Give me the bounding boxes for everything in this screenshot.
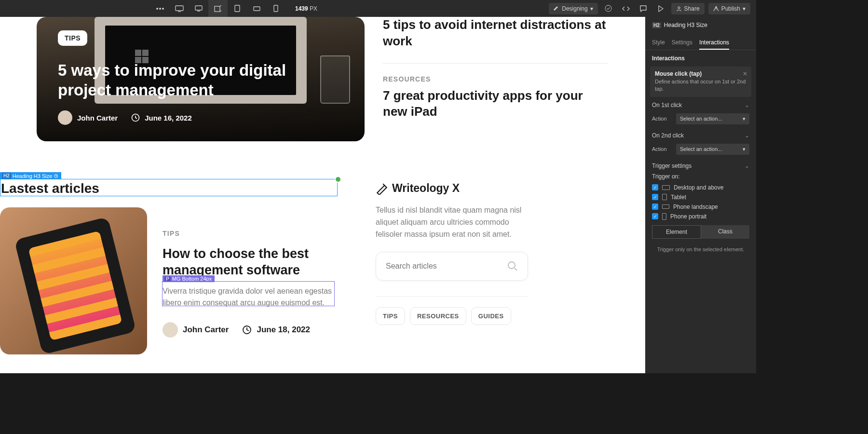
checkbox-phone-portrait[interactable]: ✓Phone portrait: [645, 212, 756, 221]
action-label: Action: [652, 116, 671, 122]
svg-point-0: [157, 8, 158, 9]
svg-point-2: [163, 8, 164, 9]
svg-line-17: [515, 268, 517, 271]
action-label: Action: [652, 146, 671, 152]
checkbox-phone-landscape[interactable]: ✓Phone landscape: [645, 202, 756, 212]
category-badge: TIPS: [58, 30, 87, 46]
breadcrumb[interactable]: H2Heading H3 Size: [645, 17, 756, 33]
author-meta: John Carter: [58, 110, 118, 125]
svg-rect-7: [215, 6, 220, 12]
avatar: [58, 110, 72, 125]
divider: [376, 296, 528, 297]
avatar: [163, 322, 178, 338]
canvas-width[interactable]: 1439 PX: [295, 5, 317, 12]
designing-mode-button[interactable]: Designing▾: [549, 3, 597, 14]
trigger-on-label: Trigger on:: [645, 172, 756, 183]
search-input[interactable]: [386, 262, 507, 271]
search-box[interactable]: [376, 252, 528, 281]
hover-outline: [162, 281, 335, 306]
selection-label[interactable]: H2Heading H3 Size: [0, 172, 61, 179]
comment-icon[interactable]: [637, 2, 650, 15]
svg-point-12: [678, 7, 680, 9]
author-meta: John Carter: [163, 322, 229, 338]
latest-articles-heading[interactable]: Lastest articles: [1, 181, 99, 196]
trigger-desc: Define actions that occur on 1st or 2nd …: [655, 78, 746, 93]
on-first-click-row[interactable]: On 1st click⌄: [645, 99, 756, 111]
svg-rect-3: [176, 6, 183, 11]
on-second-click-row[interactable]: On 2nd click⌄: [645, 129, 756, 142]
phone-portrait-icon[interactable]: [266, 0, 285, 17]
svg-rect-10: [274, 5, 278, 12]
sidebar-article-1[interactable]: 5 tips to avoid internet distractions at…: [383, 17, 609, 64]
category-label: TIPS: [163, 230, 338, 237]
publish-button[interactable]: Publish▾: [708, 3, 750, 14]
tag-guides[interactable]: GUIDES: [471, 307, 511, 325]
design-canvas[interactable]: TIPS 5 ways to improve your digital proj…: [0, 17, 645, 373]
sidebar-article-2[interactable]: RESOURCES 7 great productivity apps for …: [383, 75, 609, 134]
featured-article-card[interactable]: TIPS 5 ways to improve your digital proj…: [37, 17, 365, 141]
svg-rect-5: [195, 6, 202, 10]
brand-description: Tellus id nisl blandit vitae quam magna …: [376, 204, 528, 240]
top-toolbar: 1439 PX Designing▾ Share Publish▾: [0, 0, 756, 17]
trigger-card[interactable]: Mouse click (tap) Define actions that oc…: [650, 67, 751, 97]
category-label: RESOURCES: [383, 75, 609, 83]
checkbox-desktop[interactable]: ✓Desktop and above: [645, 183, 756, 192]
article-title: 5 tips to avoid internet distractions at…: [383, 17, 609, 50]
close-icon[interactable]: ✕: [743, 70, 747, 77]
article-thumbnail[interactable]: [0, 207, 147, 354]
desktop-icon[interactable]: [170, 0, 189, 17]
more-icon[interactable]: [150, 0, 170, 17]
tag-resources[interactable]: RESOURCES: [410, 307, 466, 325]
preview-icon[interactable]: [654, 2, 667, 15]
share-button[interactable]: Share: [671, 3, 705, 14]
svg-point-11: [605, 5, 611, 12]
featured-title: 5 ways to improve your digital project m…: [58, 60, 343, 100]
svg-point-1: [160, 8, 161, 9]
brand-logo: Writeology X: [376, 182, 528, 195]
code-icon[interactable]: [619, 2, 633, 15]
article-title: 7 great productivity apps for your new i…: [383, 88, 609, 121]
toggle-element[interactable]: Element: [652, 225, 701, 239]
tab-settings[interactable]: Settings: [672, 36, 692, 50]
hint-text: Trigger only on the selected element.: [645, 243, 756, 256]
tablet-icon[interactable]: [228, 0, 247, 17]
breakpoint-icon[interactable]: [208, 0, 228, 17]
right-panel: H2Heading H3 Size Style Settings Interac…: [645, 17, 756, 373]
checkbox-tablet[interactable]: ✓Tablet: [645, 192, 756, 202]
action-select-2[interactable]: Select an action...▾: [676, 144, 749, 155]
tag-tips[interactable]: TIPS: [376, 307, 405, 325]
svg-rect-8: [235, 5, 240, 12]
phone-landscape-icon[interactable]: [247, 0, 266, 17]
check-icon[interactable]: [602, 2, 615, 15]
svg-point-16: [508, 262, 515, 269]
svg-rect-9: [254, 7, 260, 11]
add-handle-icon[interactable]: [335, 176, 341, 183]
tab-style[interactable]: Style: [652, 36, 665, 50]
trigger-title: Mouse click (tap): [655, 70, 746, 77]
article-title: How to choose the best management softwa…: [163, 246, 338, 279]
search-icon: [507, 261, 518, 271]
desktop-sm-icon[interactable]: [189, 0, 208, 17]
date-meta: June 16, 2022: [131, 113, 192, 122]
tab-interactions[interactable]: Interactions: [699, 36, 729, 50]
date-meta: June 18, 2022: [242, 325, 310, 335]
action-select-1[interactable]: Select an action...▾: [676, 113, 749, 124]
trigger-settings-row[interactable]: Trigger settings⌄: [645, 160, 756, 172]
toggle-class[interactable]: Class: [701, 225, 749, 239]
section-header: Interactions: [645, 50, 756, 65]
